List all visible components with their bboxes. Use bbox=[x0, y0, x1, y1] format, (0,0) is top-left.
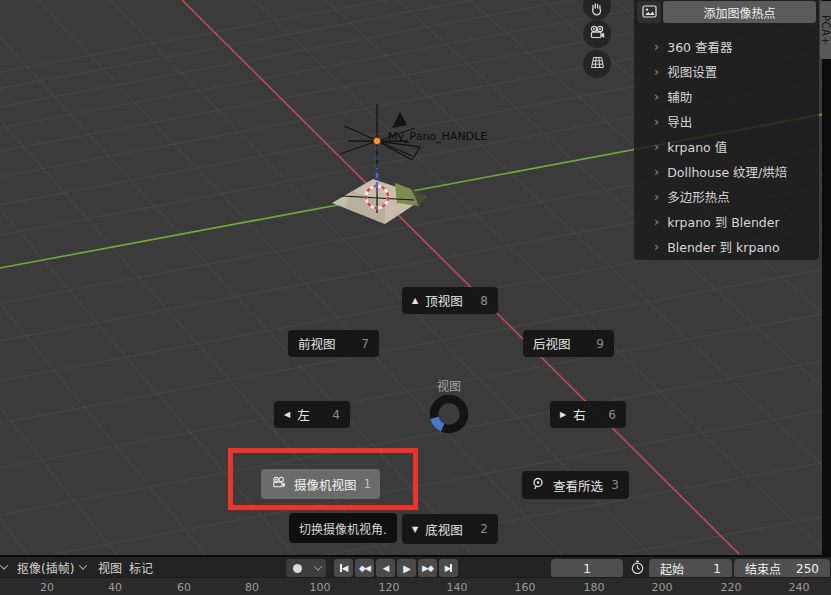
timeline-header: 抠像(插帧) 视图 标记 ◀◆◀◀▶▶◆▶ 1 起始1 结束点25 bbox=[0, 555, 831, 577]
camera-view-tooltip: 切换摄像机视角. bbox=[289, 513, 397, 543]
ruler-frame-200: 200 bbox=[642, 581, 682, 594]
camera-object bbox=[392, 112, 407, 128]
record-button[interactable] bbox=[286, 559, 309, 577]
chevron-right-icon: › bbox=[654, 164, 659, 179]
ruler-frame-220: 220 bbox=[711, 581, 751, 594]
jump-to-end-button[interactable]: ▶ bbox=[439, 559, 458, 577]
keying-dropdown[interactable]: 抠像(插帧) bbox=[17, 557, 86, 577]
sidebar-tab-strip bbox=[822, 0, 831, 555]
sidebar-tab-pca[interactable]: PCA+ bbox=[820, 1, 831, 59]
ruler-frame-60: 60 bbox=[164, 581, 204, 594]
chevron-right-icon: › bbox=[654, 39, 659, 54]
shortcut-key: 2 bbox=[480, 522, 488, 536]
editor-type-dropdown[interactable] bbox=[1, 557, 7, 577]
triangle-left-icon: ◀ bbox=[284, 410, 290, 419]
record-icon bbox=[293, 564, 302, 573]
zoom-selected-icon bbox=[532, 477, 546, 494]
sidebar-panel: 添加图像热点 ›360 查看器›视图设置›辅助›导出›krpano 值›Doll… bbox=[634, 0, 819, 260]
sidebar-item-0[interactable]: ›360 查看器 bbox=[634, 34, 819, 59]
chevron-right-icon: › bbox=[654, 139, 659, 154]
sidebar-item-2[interactable]: ›辅助 bbox=[634, 84, 819, 109]
sidebar-item-7[interactable]: ›krpano 到 Blender bbox=[634, 209, 819, 234]
shortcut-key: 6 bbox=[608, 408, 616, 422]
current-frame-field[interactable]: 1 bbox=[551, 559, 623, 578]
ruler-frame-240: 240 bbox=[779, 581, 819, 594]
image-icon bbox=[642, 3, 657, 22]
object-name-label: My_Pano_HANDLE bbox=[388, 130, 487, 143]
shortcut-key: 4 bbox=[332, 408, 340, 422]
chevron-down-icon bbox=[79, 561, 87, 569]
ruler-frame-120: 120 bbox=[369, 581, 409, 594]
pie-item-right-view[interactable]: ▶右6 bbox=[550, 401, 626, 428]
shortcut-key: 8 bbox=[480, 294, 488, 308]
ruler-frame-100: 100 bbox=[300, 581, 340, 594]
hand-icon bbox=[589, 0, 605, 21]
pie-item-bottom-view[interactable]: ▼底视图2 bbox=[402, 514, 498, 544]
shortcut-key: 9 bbox=[596, 337, 604, 351]
menu-marker[interactable]: 标记 bbox=[129, 557, 153, 577]
triangle-down-icon: ▼ bbox=[412, 525, 418, 534]
chevron-right-icon: › bbox=[654, 189, 659, 204]
prev-keyframe-button[interactable]: ◆◀ bbox=[355, 559, 374, 577]
annotation-highlight-rectangle bbox=[228, 448, 418, 510]
triangle-up-icon: ▲ bbox=[412, 296, 418, 305]
shortcut-key: 7 bbox=[361, 337, 369, 351]
jump-to-start-button[interactable]: ◀ bbox=[334, 559, 353, 577]
pie-item-top-view[interactable]: ▲顶视图8 bbox=[402, 287, 498, 314]
pie-menu-title: 视图 bbox=[409, 377, 489, 394]
pie-item-view-selected[interactable]: 查看所选3 bbox=[522, 471, 629, 499]
stopwatch-icon bbox=[630, 560, 645, 577]
pie-center-ring bbox=[428, 394, 472, 438]
pie-item-front-view[interactable]: 前视图7 bbox=[288, 330, 379, 357]
ruler-frame-80: 80 bbox=[232, 581, 272, 594]
viewport-3d[interactable]: My_Pano_HANDLE bbox=[0, 0, 831, 555]
next-keyframe-button[interactable]: ▶◆ bbox=[418, 559, 437, 577]
ruler-frame-140: 140 bbox=[437, 581, 477, 594]
ruler-frame-180: 180 bbox=[574, 581, 614, 594]
ortho-grid-button[interactable] bbox=[583, 50, 611, 78]
chevron-right-icon: › bbox=[654, 239, 659, 254]
play-button[interactable]: ▶ bbox=[397, 559, 416, 577]
ruler-frame-160: 160 bbox=[505, 581, 545, 594]
blender-window: My_Pano_HANDLE bbox=[0, 0, 831, 595]
pie-item-back-view[interactable]: 后视图9 bbox=[523, 330, 614, 357]
sidebar-item-5[interactable]: ›Dollhouse 纹理/烘焙 bbox=[634, 159, 819, 184]
chevron-down-icon bbox=[0, 561, 8, 569]
chevron-right-icon: › bbox=[654, 89, 659, 104]
empty-origin-dot bbox=[373, 137, 380, 144]
ruler-frame-20: 20 bbox=[27, 581, 67, 594]
ruler-frame-40: 40 bbox=[95, 581, 135, 594]
menu-view[interactable]: 视图 bbox=[98, 557, 122, 577]
camera-view-button[interactable] bbox=[583, 20, 611, 48]
chevron-right-icon: › bbox=[654, 114, 659, 129]
auto-keying-group bbox=[286, 559, 326, 577]
sidebar-item-4[interactable]: ›krpano 值 bbox=[634, 134, 819, 159]
image-datablock-button[interactable] bbox=[637, 1, 661, 23]
chevron-right-icon: › bbox=[654, 64, 659, 79]
sidebar-item-3[interactable]: ›导出 bbox=[634, 109, 819, 134]
grid-icon bbox=[589, 55, 606, 74]
frame-end-field[interactable]: 结束点250 bbox=[734, 559, 830, 578]
timeline-ruler[interactable]: 20406080100120140160180200220240 bbox=[0, 577, 831, 595]
sidebar-item-8[interactable]: ›Blender 到 krpano bbox=[634, 234, 819, 259]
use-preview-range-button[interactable] bbox=[628, 559, 647, 577]
add-image-hotspot-button[interactable]: 添加图像热点 bbox=[663, 1, 816, 23]
camera-icon bbox=[589, 25, 606, 44]
shortcut-key: 3 bbox=[611, 478, 619, 492]
chevron-down-icon bbox=[313, 562, 321, 570]
play-reverse-button[interactable]: ◀ bbox=[376, 559, 395, 577]
keying-options-dropdown[interactable] bbox=[309, 559, 326, 577]
sidebar-item-6[interactable]: ›多边形热点 bbox=[634, 184, 819, 209]
frame-start-field[interactable]: 起始1 bbox=[649, 559, 732, 578]
chevron-right-icon: › bbox=[654, 214, 659, 229]
triangle-right-icon: ▶ bbox=[560, 410, 566, 419]
pie-item-left-view[interactable]: ◀左4 bbox=[274, 401, 350, 428]
sidebar-item-1[interactable]: ›视图设置 bbox=[634, 59, 819, 84]
